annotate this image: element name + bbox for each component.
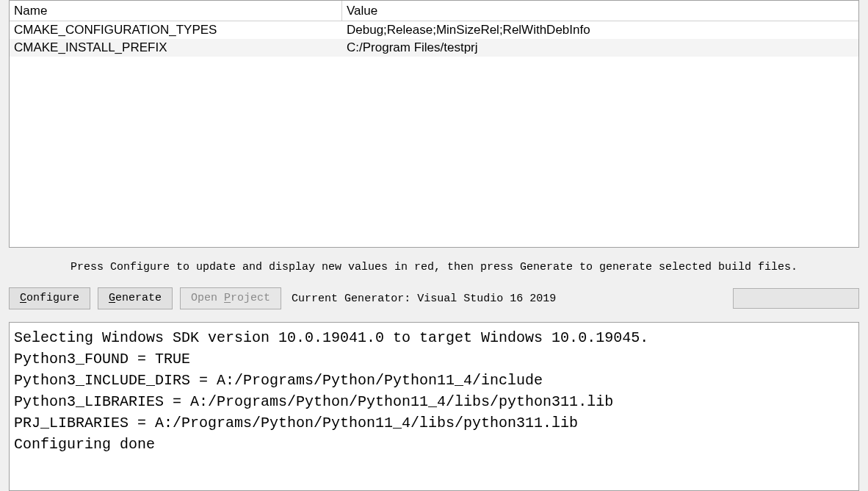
cmake-gui-root: Name Value CMAKE_CONFIGURATION_TYPESDebu… bbox=[0, 0, 868, 491]
toolbar: Configure Generate Open Project Current … bbox=[0, 285, 868, 312]
hint-text: Press Configure to update and display ne… bbox=[0, 248, 868, 285]
output-log[interactable]: Selecting Windows SDK version 10.0.19041… bbox=[9, 322, 859, 491]
progress-bar bbox=[733, 288, 859, 309]
generate-button[interactable]: Generate bbox=[98, 287, 173, 309]
cache-variable-value[interactable]: Debug;Release;MinSizeRel;RelWithDebInfo bbox=[342, 21, 858, 39]
configure-button[interactable]: Configure bbox=[9, 287, 90, 309]
cache-variables-header: Name Value bbox=[10, 1, 858, 21]
cache-variable-row[interactable]: CMAKE_INSTALL_PREFIXC:/Program Files/tes… bbox=[10, 39, 858, 57]
cache-variable-name[interactable]: CMAKE_INSTALL_PREFIX bbox=[10, 39, 342, 57]
cache-variable-value[interactable]: C:/Program Files/testprj bbox=[342, 39, 858, 57]
open-project-button: Open Project bbox=[180, 287, 281, 309]
cache-variable-row[interactable]: CMAKE_CONFIGURATION_TYPESDebug;Release;M… bbox=[10, 21, 858, 39]
column-header-name[interactable]: Name bbox=[10, 1, 342, 21]
cache-variables-body[interactable]: CMAKE_CONFIGURATION_TYPESDebug;Release;M… bbox=[10, 21, 858, 247]
current-generator-label: Current Generator: Visual Studio 16 2019 bbox=[292, 293, 556, 305]
cache-variable-name[interactable]: CMAKE_CONFIGURATION_TYPES bbox=[10, 21, 342, 39]
cache-variables-panel: Name Value CMAKE_CONFIGURATION_TYPESDebu… bbox=[9, 0, 859, 248]
column-header-value[interactable]: Value bbox=[342, 1, 858, 21]
